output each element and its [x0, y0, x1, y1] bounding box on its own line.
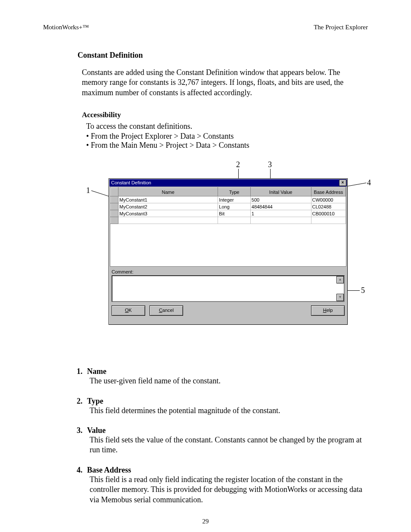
cell-base: CW00000 [311, 196, 346, 203]
table-row[interactable]: MyConstant3 Bit 1 CB000010 [111, 210, 346, 217]
cell-name[interactable]: MyConstant3 [118, 210, 218, 217]
cell-name[interactable]: MyConstant1 [118, 196, 218, 203]
constant-definition-dialog: Constant Definition × Name Type [109, 178, 348, 325]
list-item: From the Project Explorer > Data > Const… [86, 132, 368, 141]
definition-item: 4.Base Address This field is a read only… [77, 466, 368, 505]
comment-field[interactable]: ▲ ▼ [112, 275, 345, 302]
cell-base: CL02488 [311, 203, 346, 210]
definition-item: 1.Name The user-given field name of the … [77, 367, 368, 386]
header-left: MotionWorks+™ [43, 24, 89, 31]
dialog-titlebar[interactable]: Constant Definition × [109, 179, 347, 187]
page-number: 29 [43, 518, 368, 525]
table-row[interactable] [111, 217, 346, 224]
cancel-button[interactable]: Cancel [149, 305, 183, 316]
column-header-type[interactable]: Type [218, 188, 250, 196]
accessibility-lead: To access the constant definitions. [86, 122, 368, 131]
column-header-value[interactable]: Inital Value [250, 188, 311, 196]
accessibility-list: From the Project Explorer > Data > Const… [86, 132, 368, 150]
scroll-up-icon[interactable]: ▲ [336, 276, 344, 283]
close-icon[interactable]: × [339, 180, 346, 186]
diagram: 2 3 1 4 5 Constant Definition × [65, 160, 368, 337]
cell-value[interactable]: 48484844 [250, 203, 311, 210]
cell-base: CB000010 [311, 210, 346, 217]
definition-item: 2.Type This field determines the potenti… [77, 397, 368, 416]
row-header-corner [111, 188, 118, 196]
accessibility-heading: Accessibility [82, 111, 368, 119]
cell-type[interactable]: Long [218, 203, 250, 210]
callout-1: 1 [86, 186, 90, 195]
cell-name[interactable]: MyConstant2 [118, 203, 218, 210]
callout-4: 4 [367, 178, 371, 187]
list-item: From the Main Menu > Project > Data > Co… [86, 141, 368, 150]
ok-button[interactable]: OK [112, 305, 145, 316]
column-header-base[interactable]: Base Address [311, 188, 346, 196]
constants-grid[interactable]: Name Type Inital Value Base Address MyCo… [110, 187, 346, 267]
table-row[interactable]: MyConstant1 Integer 500 CW00000 [111, 196, 346, 203]
cell-value[interactable]: 1 [250, 210, 311, 217]
callout-3: 3 [268, 160, 272, 169]
dialog-title: Constant Definition [111, 179, 151, 187]
scroll-down-icon[interactable]: ▼ [336, 294, 344, 301]
cell-value[interactable]: 500 [250, 196, 311, 203]
intro-paragraph: Constants are added using the Constant D… [82, 68, 366, 98]
definition-item: 3.Value This field sets the value of the… [77, 426, 368, 455]
cell-type[interactable]: Integer [218, 196, 250, 203]
comment-label: Comment: [112, 269, 347, 274]
table-row[interactable]: MyConstant2 Long 48484844 CL02488 [111, 203, 346, 210]
header-right: The Project Explorer [314, 24, 368, 31]
section-title: Constant Definition [78, 51, 368, 60]
definitions-list: 1.Name The user-given field name of the … [77, 367, 368, 505]
cell-type[interactable]: Bit [218, 210, 250, 217]
column-header-name[interactable]: Name [118, 188, 218, 196]
callout-2: 2 [236, 160, 240, 169]
help-button[interactable]: Help [311, 305, 345, 316]
callout-5: 5 [361, 286, 365, 295]
